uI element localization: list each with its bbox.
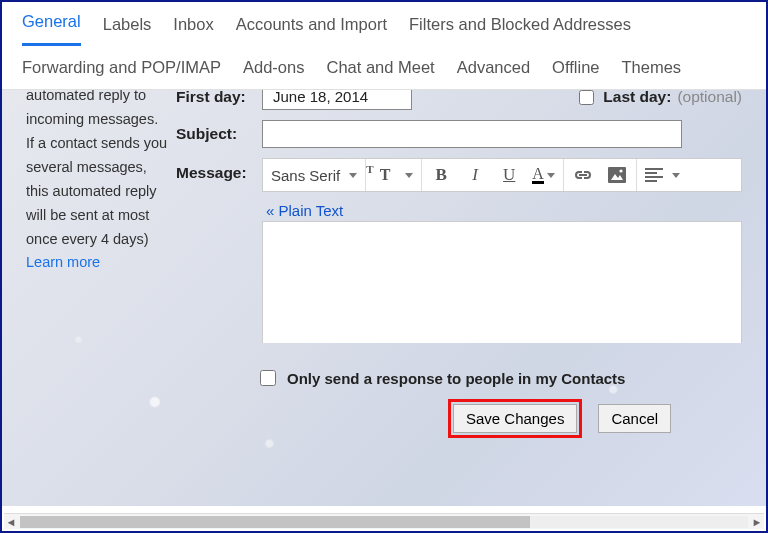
vacation-responder-description: automated reply to incoming messages. If…	[26, 90, 176, 275]
font-size-picker[interactable]: T	[366, 159, 422, 191]
tab-chat-meet[interactable]: Chat and Meet	[326, 58, 434, 89]
scroll-left-arrow-icon[interactable]: ◄	[4, 516, 18, 528]
scrollbar-thumb[interactable]	[20, 516, 530, 528]
chevron-down-icon	[672, 173, 680, 178]
tab-accounts-import[interactable]: Accounts and Import	[236, 15, 387, 46]
message-label: Message:	[176, 158, 262, 182]
underline-button[interactable]: U	[498, 159, 520, 191]
align-left-icon	[645, 168, 663, 182]
tab-forwarding-pop-imap[interactable]: Forwarding and POP/IMAP	[22, 58, 221, 89]
contacts-only-label: Only send a response to people in my Con…	[287, 370, 625, 387]
text-color-icon: A	[532, 167, 544, 184]
text-color-button[interactable]: A	[532, 159, 555, 191]
bold-button[interactable]: B	[430, 159, 452, 191]
tab-general[interactable]: General	[22, 12, 81, 46]
last-day-label: Last day:	[603, 90, 671, 106]
svg-rect-4	[645, 172, 657, 174]
chevron-down-icon	[547, 173, 555, 178]
plain-text-link[interactable]: « Plain Text	[266, 202, 343, 219]
tab-offline[interactable]: Offline	[552, 58, 599, 89]
tab-inbox[interactable]: Inbox	[173, 15, 213, 46]
tab-themes[interactable]: Themes	[621, 58, 681, 89]
font-family-picker[interactable]: Sans Serif	[263, 159, 366, 191]
subject-input[interactable]	[262, 120, 682, 148]
tab-labels[interactable]: Labels	[103, 15, 152, 46]
subject-label: Subject:	[176, 125, 262, 143]
settings-content: automated reply to incoming messages. If…	[2, 90, 766, 506]
first-day-input[interactable]: June 18, 2014	[262, 90, 412, 110]
svg-rect-0	[608, 167, 626, 183]
save-changes-button[interactable]: Save Changes	[453, 404, 577, 433]
horizontal-scrollbar[interactable]: ◄ ►	[4, 513, 764, 529]
svg-rect-6	[645, 180, 657, 182]
chevron-down-icon	[349, 173, 357, 178]
chevron-down-icon	[405, 173, 413, 178]
text-size-icon: T	[374, 159, 396, 191]
image-icon	[608, 167, 626, 183]
font-family-label: Sans Serif	[271, 167, 340, 184]
contacts-only-checkbox[interactable]	[260, 370, 276, 386]
message-editor[interactable]	[262, 221, 742, 343]
svg-rect-3	[645, 168, 663, 170]
description-text: automated reply to incoming messages. If…	[26, 90, 167, 247]
link-icon	[573, 169, 593, 181]
scroll-right-arrow-icon[interactable]: ►	[750, 516, 764, 528]
last-day-checkbox[interactable]	[579, 90, 594, 105]
tab-advanced[interactable]: Advanced	[457, 58, 530, 89]
settings-tabs: General Labels Inbox Accounts and Import…	[2, 2, 766, 90]
svg-rect-5	[645, 176, 663, 178]
italic-button[interactable]: I	[464, 159, 486, 191]
learn-more-link[interactable]: Learn more	[26, 254, 100, 270]
tab-add-ons[interactable]: Add-ons	[243, 58, 304, 89]
first-day-label: First day:	[176, 90, 262, 106]
rich-text-toolbar: Sans Serif T B I U	[262, 158, 742, 192]
text-align-picker[interactable]	[637, 159, 688, 191]
cancel-button[interactable]: Cancel	[598, 404, 671, 433]
save-button-highlight: Save Changes	[448, 399, 582, 438]
insert-link-button[interactable]	[572, 159, 594, 191]
tab-filters-blocked[interactable]: Filters and Blocked Addresses	[409, 15, 631, 46]
svg-point-2	[619, 169, 622, 172]
insert-image-button[interactable]	[606, 159, 628, 191]
last-day-optional-hint: (optional)	[677, 90, 742, 106]
scrollbar-track[interactable]	[20, 516, 748, 528]
